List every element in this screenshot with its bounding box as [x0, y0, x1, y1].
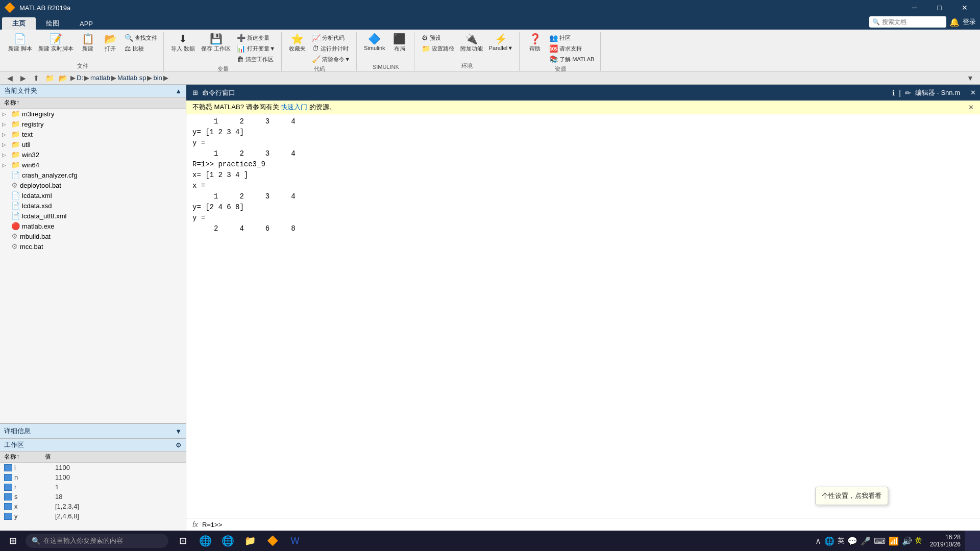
list-item[interactable]: ▷ 📁 win64 [0, 160, 186, 170]
quick-start-link[interactable]: 快速入门 [281, 103, 307, 111]
help-button[interactable]: ❓ 帮助 [525, 33, 545, 54]
expand-icon[interactable]: ▷ [2, 152, 9, 158]
pencil-icon[interactable]: ✏ [905, 89, 911, 97]
keyboard2-icon[interactable]: ⌨ [874, 536, 886, 546]
browse-button[interactable]: 📁 [44, 72, 55, 84]
chat-icon[interactable]: 💬 [847, 536, 857, 546]
path-segment-matlab[interactable]: matlab [90, 74, 110, 82]
keyboard-icon[interactable]: 🌐 [824, 536, 835, 546]
start-button[interactable]: ⊞ [0, 531, 26, 551]
expand-icon[interactable]: ▷ [2, 132, 9, 137]
show-hidden-icon[interactable]: ∧ [815, 536, 821, 546]
favorites-button[interactable]: ⭐ 收藏夹 [287, 33, 308, 54]
minimize-button[interactable]: ─ [903, 0, 926, 15]
list-item[interactable]: ▷ 📁 util [0, 139, 186, 149]
list-item[interactable]: ⚙ mcc.bat [0, 241, 186, 252]
show-desktop-button[interactable] [965, 531, 980, 551]
taskview-icon[interactable]: ⊡ [173, 531, 193, 551]
workspace-row[interactable]: n 1100 [0, 472, 186, 482]
request-support-button[interactable]: 🆘 请求支持 [547, 43, 596, 54]
taskbar-search[interactable]: 🔍 在这里输入你要搜索的内容 [26, 534, 168, 548]
workspace-row[interactable]: i 1100 [0, 463, 186, 472]
simulink-button[interactable]: 🔷 Simulink [362, 33, 387, 52]
find-file-button[interactable]: 🔍 查找文件 [122, 33, 159, 43]
list-item[interactable]: 🔴 matlab.exe [0, 221, 186, 231]
workspace-row[interactable]: r 1 [0, 482, 186, 492]
close-button[interactable]: ✕ [953, 0, 976, 15]
workspace-row[interactable]: y [2,4,6,8] [0, 511, 186, 521]
folder-col-name[interactable]: 名称↑ [4, 98, 19, 107]
close-cmd-icon[interactable]: ✕ [966, 85, 980, 101]
list-item[interactable]: 📄 lcdata.xml [0, 190, 186, 201]
mic-icon[interactable]: 🎤 [861, 536, 871, 546]
browser-icon[interactable]: 🌐 [217, 531, 238, 551]
workspace-name-col[interactable]: 名称↑ [4, 453, 45, 461]
back-button[interactable]: ◀ [4, 72, 15, 84]
list-item[interactable]: 📄 lcdata_utf8.xml [0, 211, 186, 221]
close-info-icon[interactable]: ✕ [968, 104, 974, 111]
run-timer-button[interactable]: ⏱ 运行并计时 [310, 43, 352, 54]
workspace-value-col[interactable]: 值 [45, 453, 182, 461]
analyze-code-button[interactable]: 📈 分析代码 [310, 33, 352, 43]
forward-button[interactable]: ▶ [17, 72, 29, 84]
list-item[interactable]: ⚙ mbuild.bat [0, 231, 186, 241]
details-panel[interactable]: 详细信息 ▼ [0, 423, 186, 439]
new-other-button[interactable]: 📋 新建 [78, 33, 98, 54]
command-input[interactable] [226, 520, 974, 529]
word-icon[interactable]: W [285, 531, 305, 551]
current-folder-expand-icon[interactable]: ▲ [175, 87, 182, 95]
matlab-taskbar-icon[interactable]: 🔶 [262, 531, 283, 551]
clock[interactable]: 16:28 2019/10/26 [926, 534, 965, 548]
workspace-settings-icon[interactable]: ⚙ [176, 441, 182, 449]
save-workspace-button[interactable]: 💾 保存 工作区 [199, 33, 233, 54]
expand-address-button[interactable]: ▼ [965, 72, 976, 84]
add-features-button[interactable]: 🔌 附加功能 [458, 33, 485, 54]
list-item[interactable]: ▷ 📁 m3iregistry [0, 109, 186, 119]
tab-app[interactable]: APP [69, 17, 103, 30]
clear-workspace-button[interactable]: 🗑 清空工作区 [235, 54, 277, 64]
details-collapse-icon[interactable]: ▼ [175, 428, 182, 435]
list-item[interactable]: 📄 lcdata.xsd [0, 201, 186, 211]
path-segment-bin[interactable]: bin [153, 74, 162, 82]
expand-icon[interactable]: ▷ [2, 111, 9, 117]
list-item[interactable]: 📄 crash_analyzer.cfg [0, 170, 186, 180]
cmd-info-icon[interactable]: ℹ [892, 89, 895, 97]
workspace-row[interactable]: s 18 [0, 492, 186, 502]
list-item[interactable]: ⚙ deploytool.bat [0, 180, 186, 190]
expand-icon[interactable]: ▷ [2, 162, 9, 168]
set-path-button[interactable]: 📁 设置路径 [420, 43, 456, 54]
layout-button[interactable]: ⬛ 布局 [389, 33, 410, 54]
path-segment-matlabsp[interactable]: Matlab sp [117, 74, 146, 82]
bell-icon[interactable]: 🔔 [949, 17, 960, 27]
open-var-button[interactable]: 📊 打开变量▼ [235, 43, 277, 54]
clear-commands-button[interactable]: 🧹 清除命令▼ [310, 54, 352, 64]
new-var-button[interactable]: ➕ 新建变量 [235, 33, 277, 43]
volume-icon[interactable]: 🔊 [902, 536, 912, 546]
compare-button[interactable]: ⚖ 比较 [122, 43, 159, 54]
up-button[interactable]: ⬆ [31, 72, 42, 84]
workspace-row[interactable]: x [1,2,3,4] [0, 502, 186, 511]
edge-icon[interactable]: 🌐 [195, 531, 215, 551]
open-button[interactable]: 📂 打开 [100, 33, 120, 54]
maximize-button[interactable]: □ [928, 0, 951, 15]
path-segment-d[interactable]: D: [77, 74, 83, 82]
import-data-button[interactable]: ⬇ 导入 数据 [169, 33, 197, 54]
parallel-button[interactable]: ⚡ Parallel▼ [487, 33, 516, 52]
tab-plot[interactable]: 绘图 [36, 17, 69, 30]
path-button[interactable]: 📂 [57, 72, 68, 84]
search-input[interactable] [882, 18, 943, 26]
expand-icon[interactable]: ▷ [2, 142, 9, 147]
list-item[interactable]: ▷ 📁 text [0, 129, 186, 139]
learn-matlab-button[interactable]: 📚 了解 MATLAB [547, 54, 596, 64]
list-item[interactable]: ▷ 📁 registry [0, 119, 186, 129]
login-button[interactable]: 登录 [963, 17, 976, 27]
new-script-button[interactable]: 📄 新建 脚本 [6, 33, 34, 54]
file-icon[interactable]: 📁 [240, 531, 260, 551]
tab-home[interactable]: 主页 [2, 17, 36, 30]
list-item[interactable]: ▷ 📁 win32 [0, 149, 186, 160]
new-realtime-button[interactable]: 📝 新建 实时脚本 [36, 33, 76, 54]
presets-button[interactable]: ⚙ 预设 [420, 33, 456, 43]
community-button[interactable]: 👥 社区 [547, 33, 596, 43]
expand-icon[interactable]: ▷ [2, 121, 9, 127]
hint-box[interactable]: 个性设置，点我看看 [815, 487, 888, 505]
